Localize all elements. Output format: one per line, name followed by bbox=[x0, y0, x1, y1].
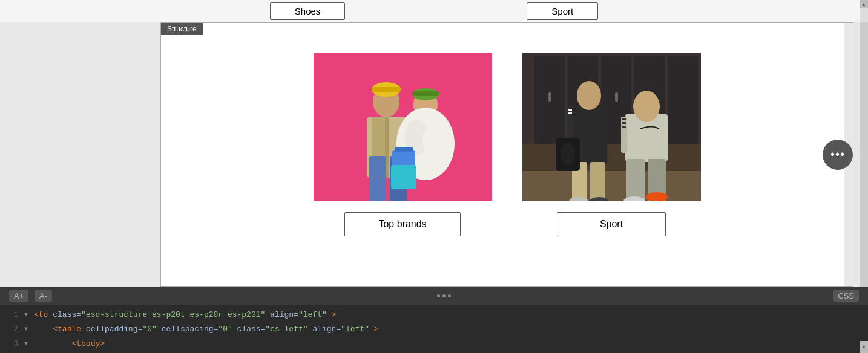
scrollbar-top[interactable]: ▲ bbox=[860, 0, 868, 22]
svg-rect-37 bbox=[622, 126, 626, 128]
dot3 bbox=[448, 294, 451, 297]
svg-point-14 bbox=[422, 124, 447, 158]
structure-panel: Structure bbox=[160, 22, 853, 287]
top-brands-button[interactable]: Top brands bbox=[344, 212, 460, 236]
line-number-3: 3 bbox=[6, 337, 18, 351]
code-line-3: 3 ▼ <tbody> bbox=[6, 337, 862, 351]
svg-rect-3 bbox=[372, 87, 401, 92]
shoes-button[interactable]: Shoes bbox=[270, 2, 346, 20]
sport-card: Sport bbox=[522, 53, 701, 236]
svg-rect-16 bbox=[395, 147, 413, 152]
code-editor: A+ A- CSS 1 ▼ <td class="esd-structure e… bbox=[0, 287, 868, 353]
sport-image bbox=[522, 53, 701, 201]
more-button[interactable]: ••• bbox=[823, 140, 853, 170]
css-button[interactable]: CSS bbox=[833, 290, 859, 302]
svg-rect-25 bbox=[548, 92, 551, 102]
structure-label: Structure bbox=[161, 23, 203, 35]
top-brands-card: Top brands bbox=[314, 53, 492, 236]
svg-rect-17 bbox=[391, 165, 416, 189]
svg-rect-24 bbox=[668, 56, 698, 144]
scrollbar-track bbox=[860, 22, 868, 287]
line-number-2: 2 bbox=[6, 322, 18, 337]
font-decrease-button[interactable]: A- bbox=[35, 290, 52, 302]
sport-button-top[interactable]: Sport bbox=[527, 2, 598, 20]
right-scrollbar[interactable] bbox=[860, 22, 868, 287]
expand-arrow-1[interactable]: ▼ bbox=[24, 308, 28, 322]
structure-content: Top brands bbox=[161, 41, 853, 248]
svg-rect-38 bbox=[626, 159, 645, 201]
code-content-2: <table cellpadding="0" cellspacing="0" c… bbox=[34, 322, 379, 337]
svg-rect-7 bbox=[369, 156, 386, 201]
line-number-1: 1 bbox=[6, 308, 18, 322]
svg-rect-31 bbox=[522, 171, 701, 201]
code-line-2: 2 ▼ <table cellpadding="0" cellspacing="… bbox=[6, 322, 862, 337]
scroll-up-arrow[interactable]: ▲ bbox=[860, 0, 868, 8]
font-controls: A+ A- bbox=[9, 290, 55, 301]
code-lines: 1 ▼ <td class="esd-structure es-p20t es-… bbox=[0, 305, 868, 353]
svg-rect-35 bbox=[622, 118, 626, 120]
code-content-3: <tbody> bbox=[34, 337, 105, 351]
scroll-down-arrow[interactable]: ▼ bbox=[860, 341, 868, 353]
svg-rect-45 bbox=[568, 112, 572, 114]
dot2 bbox=[442, 294, 446, 297]
code-toolbar: A+ A- CSS bbox=[0, 287, 868, 305]
expand-arrow-3[interactable]: ▼ bbox=[24, 337, 28, 351]
code-content-1: <td class="esd-structure es-p20t es-p20r… bbox=[34, 308, 336, 322]
top-brands-image bbox=[314, 53, 492, 201]
svg-rect-11 bbox=[412, 91, 439, 96]
dot1 bbox=[437, 294, 440, 297]
toolbar-center bbox=[437, 294, 451, 297]
left-sidebar bbox=[0, 22, 154, 287]
top-bar: Shoes Sport ▲ bbox=[0, 0, 868, 22]
svg-rect-27 bbox=[615, 92, 618, 102]
svg-point-52 bbox=[561, 143, 575, 165]
sport-button[interactable]: Sport bbox=[557, 212, 666, 236]
svg-rect-48 bbox=[590, 162, 605, 201]
svg-point-33 bbox=[633, 91, 660, 122]
font-increase-button[interactable]: A+ bbox=[9, 290, 28, 302]
main-area: Structure bbox=[0, 22, 868, 287]
code-line-1: 1 ▼ <td class="esd-structure es-p20t es-… bbox=[6, 308, 862, 322]
svg-rect-44 bbox=[568, 109, 572, 111]
svg-point-46 bbox=[577, 81, 601, 110]
svg-rect-36 bbox=[622, 122, 626, 124]
expand-arrow-2[interactable]: ▼ bbox=[24, 322, 28, 337]
